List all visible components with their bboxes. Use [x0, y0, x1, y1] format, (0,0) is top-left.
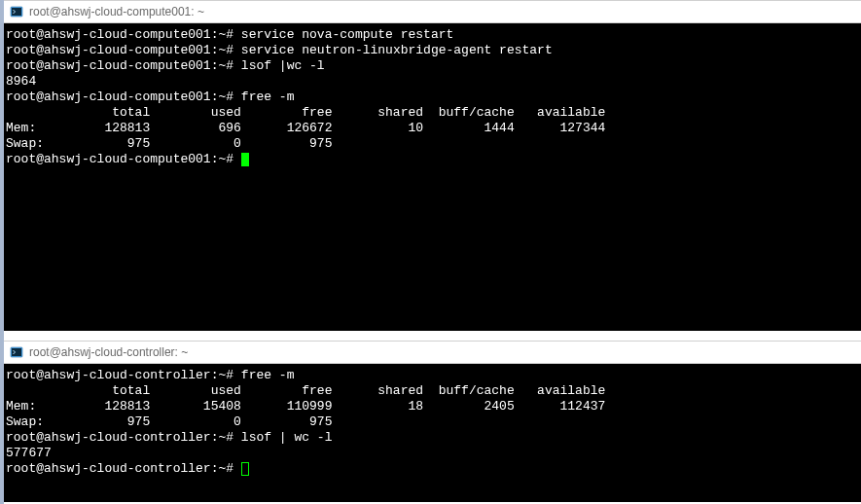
free-row-mem: Mem: 128813 15408 110999 18 2405 112437 [6, 399, 605, 414]
output-line: 8964 [6, 74, 36, 89]
free-row-mem: Mem: 128813 696 126672 10 1444 127344 [6, 121, 605, 135]
free-header: total used free shared buff/cache availa… [6, 383, 605, 398]
terminal-icon [10, 5, 23, 18]
cmd-line: lsof |wc -l [241, 58, 325, 73]
window-gap [4, 331, 861, 341]
prompt: root@ahswj-cloud-compute001:~# [6, 90, 233, 104]
terminal-body-controller[interactable]: root@ahswj-cloud-controller:~# free -m t… [4, 364, 861, 502]
prompt: root@ahswj-cloud-compute001:~# [6, 43, 233, 57]
terminal-window-compute: root@ahswj-cloud-compute001: ~ root@ahsw… [4, 0, 861, 331]
prompt: root@ahswj-cloud-controller:~# [6, 461, 233, 476]
window-title: root@ahswj-cloud-compute001: ~ [29, 5, 204, 18]
svg-rect-1 [12, 8, 21, 16]
cmd-line: service neutron-linuxbridge-agent restar… [241, 43, 553, 57]
prompt: root@ahswj-cloud-compute001:~# [6, 58, 233, 73]
prompt: root@ahswj-cloud-compute001:~# [6, 152, 233, 166]
cmd-line: lsof | wc -l [241, 430, 333, 445]
terminal-icon [10, 345, 23, 359]
free-row-swap: Swap: 975 0 975 [6, 414, 332, 429]
prompt: root@ahswj-cloud-compute001:~# [6, 27, 233, 42]
cmd-line: free -m [241, 368, 295, 382]
free-header: total used free shared buff/cache availa… [6, 105, 605, 120]
cursor-outline [241, 462, 249, 476]
cmd-line: service nova-compute restart [241, 27, 453, 42]
prompt: root@ahswj-cloud-controller:~# [6, 430, 233, 445]
terminal-window-controller: root@ahswj-cloud-controller: ~ root@ahsw… [4, 341, 861, 502]
output-line: 577677 [6, 446, 52, 460]
prompt: root@ahswj-cloud-controller:~# [6, 368, 233, 382]
titlebar-controller[interactable]: root@ahswj-cloud-controller: ~ [4, 341, 861, 364]
window-title: root@ahswj-cloud-controller: ~ [29, 345, 188, 359]
cmd-line: free -m [241, 90, 295, 104]
cursor-solid [241, 153, 249, 166]
svg-rect-3 [12, 348, 21, 356]
terminal-body-compute[interactable]: root@ahswj-cloud-compute001:~# service n… [4, 23, 861, 331]
free-row-swap: Swap: 975 0 975 [6, 136, 332, 151]
titlebar-compute[interactable]: root@ahswj-cloud-compute001: ~ [4, 0, 861, 23]
